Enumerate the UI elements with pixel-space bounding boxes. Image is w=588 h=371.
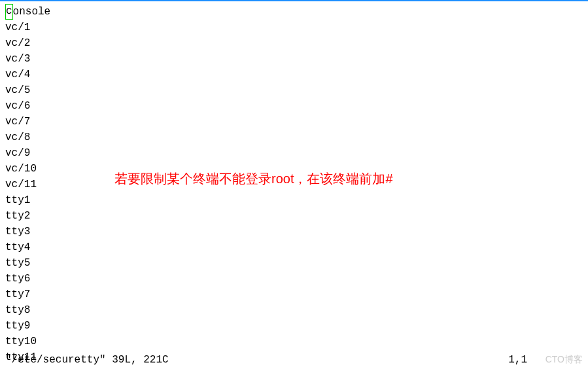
file-line: vc/6 (5, 98, 583, 114)
file-line: vc/1 (5, 20, 583, 35)
file-line: vc/3 (5, 51, 583, 67)
cursor: c (5, 4, 13, 20)
file-line: vc/9 (5, 145, 583, 161)
cursor-position: 1,1 (508, 354, 527, 366)
file-line: vc/4 (5, 67, 583, 82)
line-text: onsole (13, 4, 51, 20)
file-line: vc/5 (5, 82, 583, 98)
file-line: tty10 (5, 334, 583, 349)
file-line: tty4 (5, 239, 583, 255)
file-line: tty3 (5, 224, 583, 239)
file-line: tty9 (5, 318, 583, 334)
file-info: "/etc/securetty" 39L, 221C (5, 354, 169, 366)
annotation-text: 若要限制某个终端不能登录root，在该终端前加# (114, 170, 393, 188)
file-line: tty1 (5, 192, 583, 208)
watermark: CTO博客 (545, 354, 583, 366)
file-line: tty2 (5, 208, 583, 224)
file-line: console (5, 4, 583, 20)
file-line: tty6 (5, 271, 583, 287)
vim-status-line: "/etc/securetty" 39L, 221C 1,1 (5, 354, 583, 366)
file-line: tty8 (5, 302, 583, 318)
file-line: vc/8 (5, 130, 583, 145)
file-line: tty5 (5, 255, 583, 271)
file-line: vc/7 (5, 114, 583, 130)
file-line: vc/2 (5, 35, 583, 51)
file-line: tty7 (5, 287, 583, 302)
